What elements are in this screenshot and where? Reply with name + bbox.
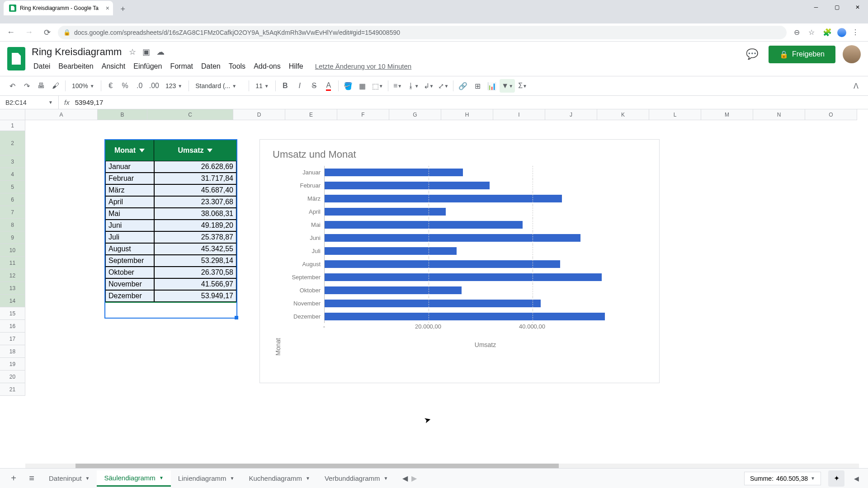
menu-tools[interactable]: Tools [225,61,249,72]
side-panel-toggle[interactable]: ◀ [850,475,863,482]
merge-cells-button[interactable]: ⬚▼ [370,79,385,93]
row-header[interactable]: 13 [0,282,25,295]
table-row[interactable]: August45.342,55 [105,243,236,255]
comments-button[interactable]: 💬 [743,45,761,63]
cell-month[interactable]: September [105,255,154,267]
zoom-icon[interactable]: ⊖ [794,28,803,37]
column-header[interactable]: M [701,109,753,120]
increase-decimal-button[interactable]: .00 [147,79,161,93]
browser-profile-avatar[interactable] [837,28,846,37]
column-header[interactable]: L [649,109,701,120]
account-avatar[interactable] [843,45,861,63]
row-header[interactable]: 19 [0,358,25,371]
row-header[interactable]: 6 [0,193,25,206]
collapse-toolbar-button[interactable]: ᐱ [849,79,863,93]
print-button[interactable]: 🖶 [34,79,48,93]
row-header[interactable]: 2 [0,131,25,155]
last-edit-text[interactable]: Letzte Änderung vor 10 Minuten [313,61,413,72]
row-header[interactable]: 1 [0,120,25,131]
table-row[interactable]: Juni49.189,20 [105,220,236,231]
close-window-button[interactable]: ✕ [847,0,868,14]
column-header[interactable]: B [98,109,147,120]
document-title[interactable]: Ring Kreisdiagramm [30,45,123,59]
header-value[interactable]: Umsatz [154,140,236,161]
sheet-nav-right[interactable]: ▶ [411,474,417,483]
minimize-button[interactable]: ─ [806,0,826,14]
column-header[interactable]: A [25,109,98,120]
cell-value[interactable]: 23.307,68 [154,196,236,208]
menu-bearbeiten[interactable]: Bearbeiten [55,61,97,72]
column-header[interactable]: K [597,109,649,120]
formula-value[interactable]: 53949,17 [75,99,104,106]
row-header[interactable]: 8 [0,219,25,231]
table-row[interactable]: November41.566,97 [105,278,236,290]
row-header[interactable]: 7 [0,206,25,219]
menu-daten[interactable]: Daten [198,61,224,72]
functions-button[interactable]: Σ▼ [516,79,529,93]
cell-value[interactable]: 26.628,69 [154,161,236,173]
sheet-tab[interactable]: Dateninput▼ [42,470,97,487]
cell-month[interactable]: Januar [105,161,154,173]
row-header[interactable]: 20 [0,371,25,383]
back-button[interactable]: ← [4,25,18,40]
percent-button[interactable]: % [118,79,132,93]
row-header[interactable]: 5 [0,181,25,193]
all-sheets-button[interactable]: ≡ [24,470,40,487]
maximize-button[interactable]: ▢ [826,0,847,14]
text-color-button[interactable]: A [322,79,335,93]
spreadsheet-grid[interactable]: Monat Umsatz Januar26.628,69Februar31.71… [25,120,868,427]
cell-month[interactable]: Mai [105,208,154,220]
text-rotation-button[interactable]: ⤢▼ [436,79,450,93]
cell-month[interactable]: August [105,243,154,255]
explore-button[interactable]: ✦ [828,470,844,487]
row-header[interactable]: 14 [0,295,25,307]
horizontal-align-button[interactable]: ≡▼ [391,79,405,93]
cell-month[interactable]: November [105,278,154,290]
insert-chart-button[interactable]: 📊 [485,79,499,93]
row-header[interactable]: 12 [0,269,25,282]
sheets-logo[interactable] [7,47,25,70]
cell-month[interactable]: Dezember [105,290,154,302]
sheet-tab-dropdown-icon[interactable]: ▼ [306,476,310,481]
cell-value[interactable]: 49.189,20 [154,220,236,231]
cell-month[interactable]: Juli [105,231,154,243]
sheet-nav-left[interactable]: ◀ [402,474,408,483]
insert-comment-button[interactable]: ⊞ [471,79,484,93]
address-bar[interactable]: 🔒 docs.google.com/spreadsheets/d/16sZAG8… [58,26,787,39]
undo-button[interactable]: ↶ [5,79,19,93]
row-header[interactable]: 11 [0,257,25,269]
cell-month[interactable]: Oktober [105,267,154,278]
row-header[interactable]: 15 [0,307,25,320]
table-row[interactable]: April23.307,68 [105,196,236,208]
table-row[interactable]: März45.687,40 [105,184,236,196]
column-header[interactable]: O [805,109,857,120]
menu-format[interactable]: Format [166,61,197,72]
sheet-tab[interactable]: Säulendiagramm▼ [97,470,170,487]
selection-handle[interactable] [235,316,238,319]
column-header[interactable]: C [147,109,233,120]
row-header[interactable]: 10 [0,244,25,257]
sheet-tab-dropdown-icon[interactable]: ▼ [159,475,164,480]
cell-month[interactable]: Juni [105,220,154,231]
horizontal-scrollbar[interactable] [25,464,859,468]
row-header[interactable]: 4 [0,168,25,181]
table-row[interactable]: Mai38.068,31 [105,208,236,220]
cell-value[interactable]: 38.068,31 [154,208,236,220]
sheet-tab[interactable]: Verbunddiagramm▼ [317,470,395,487]
table-row[interactable]: Februar31.717,84 [105,173,236,184]
menu-hilfe[interactable]: Hilfe [285,61,307,72]
quicksum-box[interactable]: Summe: 460.505,38 ▼ [744,472,821,485]
cell-month[interactable]: März [105,184,154,196]
column-header[interactable]: I [493,109,545,120]
strikethrough-button[interactable]: S [307,79,321,93]
currency-button[interactable]: € [104,79,118,93]
column-header[interactable]: G [389,109,441,120]
font-size-select[interactable]: 11▼ [252,82,272,89]
bold-button[interactable]: B [278,79,292,93]
star-icon[interactable]: ☆ [808,28,817,37]
move-doc-icon[interactable]: ▣ [142,47,150,57]
filter-icon[interactable] [139,149,145,152]
reload-button[interactable]: ⟳ [40,25,54,40]
name-box[interactable]: B2:C14 ▼ [0,96,59,109]
row-header[interactable]: 18 [0,345,25,358]
